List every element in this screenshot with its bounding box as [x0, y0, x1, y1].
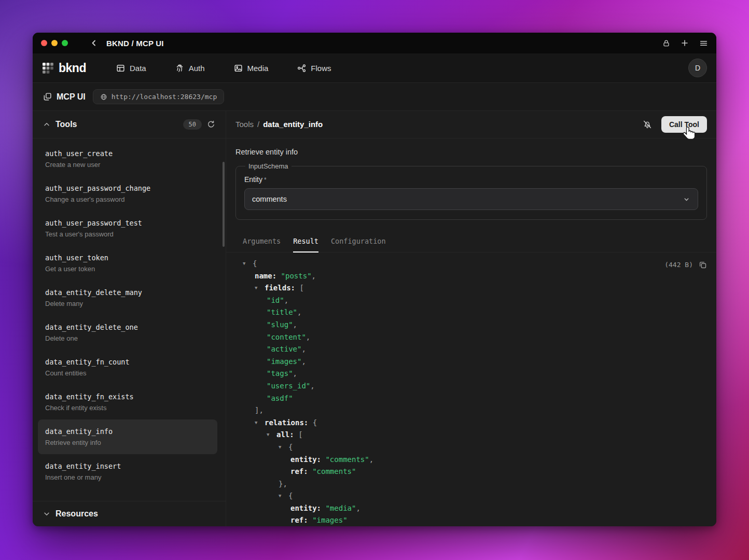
refresh-icon: [207, 120, 215, 129]
json-comma: ,: [306, 333, 310, 341]
nav-item-flows[interactable]: Flows: [297, 64, 331, 73]
json-line: ▼all: [: [226, 429, 716, 441]
json-string-value: "slug": [267, 320, 293, 329]
json-string-value: "id": [267, 296, 284, 304]
required-asterisk: *: [264, 176, 267, 184]
notifications-off-button[interactable]: [643, 120, 652, 129]
json-line: ref: "comments": [226, 466, 716, 478]
tool-name: data_entity_delete_many: [45, 288, 210, 298]
mcp-url-pill[interactable]: http://localhost:28623/mcp: [93, 89, 225, 104]
tool-description: Count entities: [45, 369, 210, 377]
json-punctuation: [: [299, 284, 303, 292]
breadcrumb-current: data_entity_info: [263, 120, 323, 129]
json-comma: ,: [369, 455, 373, 464]
json-line: ▼relations: {: [226, 417, 716, 429]
collapse-arrow-icon[interactable]: ▼: [279, 441, 288, 454]
avatar[interactable]: D: [688, 59, 707, 77]
nav-item-media[interactable]: Media: [234, 64, 269, 73]
traffic-lights: [41, 40, 68, 46]
json-line: "asdf": [226, 393, 716, 405]
sidebar-scrollbar[interactable]: [223, 162, 225, 247]
tool-item-data_entity_delete_one[interactable]: data_entity_delete_oneDelete one: [38, 315, 217, 350]
nav-item-data[interactable]: Data: [116, 64, 146, 73]
json-line: "title",: [226, 306, 716, 319]
page-title-text: MCP UI: [57, 92, 86, 102]
breadcrumb-section[interactable]: Tools: [235, 120, 254, 129]
nav-item-auth[interactable]: Auth: [175, 64, 205, 73]
tool-description: Insert one or many: [45, 473, 210, 482]
json-comma: ,: [310, 382, 314, 390]
tool-item-auth_user_password_change[interactable]: auth_user_password_changeChange a user's…: [38, 176, 217, 211]
new-tab-button[interactable]: [681, 39, 689, 47]
tool-description: Delete many: [45, 299, 210, 308]
entity-field-label: Entity*: [244, 175, 698, 184]
json-key: fields:: [265, 284, 299, 292]
tab-configuration[interactable]: Configuration: [331, 232, 386, 252]
json-line: "id",: [226, 295, 716, 307]
tool-item-auth_user_token[interactable]: auth_user_tokenGet a user token: [38, 246, 217, 281]
window-title: BKND / MCP UI: [106, 39, 164, 48]
json-string-value: "media": [325, 504, 356, 512]
json-line: name: "posts",: [226, 270, 716, 283]
json-punctuation: {: [288, 443, 293, 451]
json-key: ref:: [290, 516, 312, 524]
zoom-window-button[interactable]: [62, 40, 68, 46]
tool-item-data_entity_insert[interactable]: data_entity_insertInsert one or many: [38, 454, 217, 489]
json-punctuation: {: [313, 418, 317, 427]
copy-result-button[interactable]: [699, 261, 707, 269]
minimize-window-button[interactable]: [51, 40, 58, 46]
tool-name: data_entity_insert: [45, 461, 210, 471]
tool-name: data_entity_delete_one: [45, 323, 210, 332]
collapse-arrow-icon[interactable]: ▼: [255, 417, 265, 429]
tool-description: Change a user's password: [45, 195, 210, 204]
menu-button[interactable]: [699, 39, 708, 48]
brand[interactable]: bknd: [42, 61, 86, 75]
lock-icon: [662, 39, 670, 47]
tool-item-data_entity_delete_many[interactable]: data_entity_delete_manyDelete many: [38, 281, 217, 315]
json-line: ▼{: [226, 258, 716, 270]
resources-section-header[interactable]: Resources: [33, 501, 226, 526]
tool-item-data_entity_fn_exists[interactable]: data_entity_fn_existsCheck if entity exi…: [38, 385, 217, 419]
tool-item-data_entity_fn_count[interactable]: data_entity_fn_countCount entities: [38, 350, 217, 385]
tool-item-data_entity_info[interactable]: data_entity_infoRetrieve entity info: [38, 419, 217, 454]
tab-arguments[interactable]: Arguments: [243, 232, 281, 252]
close-window-button[interactable]: [41, 40, 47, 46]
call-tool-button[interactable]: Call Tool: [661, 116, 707, 133]
refresh-tools-button[interactable]: [207, 120, 215, 129]
json-string-value: "images": [267, 357, 301, 366]
collapse-arrow-icon[interactable]: ▼: [255, 282, 265, 295]
json-key: entity:: [290, 504, 325, 512]
json-punctuation: },: [279, 480, 287, 488]
chevron-down-icon: [683, 195, 690, 203]
tool-item-auth_user_create[interactable]: auth_user_createCreate a new user: [38, 142, 217, 176]
tab-result[interactable]: Result: [293, 232, 318, 252]
back-button[interactable]: [90, 39, 98, 47]
json-line: "users_id",: [226, 380, 716, 393]
json-comma: ,: [356, 504, 360, 512]
nav-item-label: Media: [247, 64, 269, 73]
brand-name: bknd: [59, 61, 86, 75]
tool-detail-body: Retrieve entity info InputSchema Entity*…: [226, 138, 716, 526]
result-tabs: Arguments Result Configuration: [226, 232, 716, 253]
lock-button[interactable]: [662, 39, 670, 47]
page-title: MCP UI: [43, 92, 86, 102]
stack-icon: [43, 92, 52, 101]
entity-select[interactable]: comments: [244, 188, 698, 210]
json-comma: ,: [284, 296, 288, 304]
json-line: },: [226, 478, 716, 491]
resources-header-label: Resources: [56, 509, 98, 519]
collapse-arrow-icon[interactable]: ▼: [279, 490, 288, 502]
collapse-arrow-icon[interactable]: ▼: [243, 258, 253, 270]
tool-item-auth_user_password_test[interactable]: auth_user_password_testTest a user's pas…: [38, 211, 217, 246]
tools-section-header[interactable]: Tools 50: [33, 111, 226, 138]
json-comma: ,: [297, 308, 301, 316]
json-string-value: "active": [267, 345, 301, 353]
nav-items: Data Auth Media Flows: [116, 64, 331, 73]
app-window: BKND / MCP UI bknd Data: [33, 33, 716, 526]
image-icon: [234, 64, 243, 73]
collapse-arrow-icon[interactable]: ▼: [267, 429, 276, 441]
json-string-value: "comments": [325, 455, 369, 464]
tools-header-label: Tools: [56, 120, 77, 129]
chevron-down-icon: [43, 510, 50, 517]
tool-description: Get a user token: [45, 264, 210, 273]
